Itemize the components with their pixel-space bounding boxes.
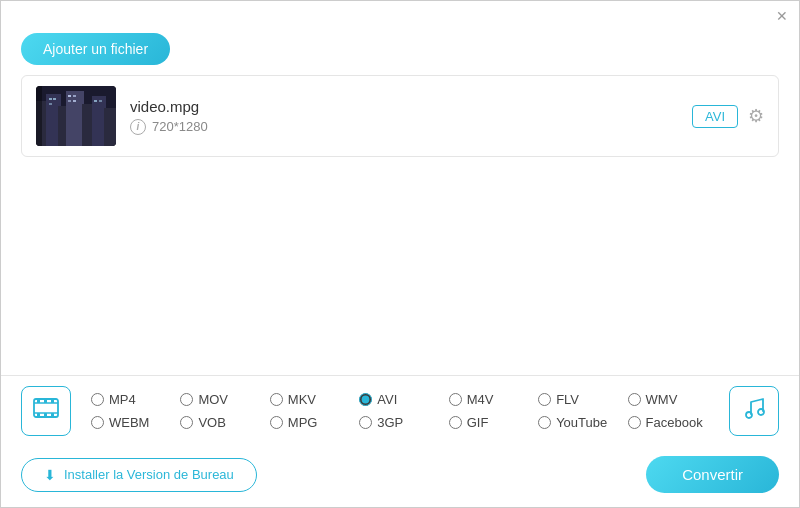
format-option-wmv[interactable]: WMV xyxy=(624,390,713,409)
svg-point-29 xyxy=(758,409,764,415)
svg-rect-15 xyxy=(94,100,97,102)
format-radio-facebook[interactable] xyxy=(628,416,641,429)
format-label-vob: VOB xyxy=(198,415,225,430)
svg-rect-8 xyxy=(49,98,52,100)
format-option-mp4[interactable]: MP4 xyxy=(87,390,176,409)
format-option-gif[interactable]: GIF xyxy=(445,413,534,432)
svg-rect-17 xyxy=(36,86,42,146)
svg-rect-12 xyxy=(73,95,76,97)
format-radio-m4v[interactable] xyxy=(449,393,462,406)
svg-point-28 xyxy=(746,412,752,418)
format-radio-gif[interactable] xyxy=(449,416,462,429)
svg-rect-24 xyxy=(51,399,54,403)
format-option-mkv[interactable]: MKV xyxy=(266,390,355,409)
convert-button[interactable]: Convertir xyxy=(646,456,779,493)
film-icon-box[interactable] xyxy=(21,386,71,436)
format-label-mpg: MPG xyxy=(288,415,318,430)
format-label-gif: GIF xyxy=(467,415,489,430)
format-selector: MP4 MOV MKV AVI M4V FLV xyxy=(1,375,799,446)
svg-rect-22 xyxy=(37,399,40,403)
svg-rect-27 xyxy=(51,413,54,417)
format-option-webm[interactable]: WEBM xyxy=(87,413,176,432)
top-bar: Ajouter un fichier xyxy=(1,29,799,75)
format-label-wmv: WMV xyxy=(646,392,678,407)
format-label-m4v: M4V xyxy=(467,392,494,407)
svg-rect-13 xyxy=(68,100,71,102)
file-actions: AVI ⚙ xyxy=(692,105,764,128)
format-radio-flv[interactable] xyxy=(538,393,551,406)
download-arrow-icon: ⬇ xyxy=(44,467,56,483)
bottom-section: MP4 MOV MKV AVI M4V FLV xyxy=(1,375,799,507)
format-option-facebook[interactable]: Facebook xyxy=(624,413,713,432)
svg-rect-7 xyxy=(104,108,116,146)
format-radio-3gp[interactable] xyxy=(359,416,372,429)
format-grid: MP4 MOV MKV AVI M4V FLV xyxy=(87,390,713,432)
svg-rect-11 xyxy=(68,95,71,97)
file-info: video.mpg i 720*1280 xyxy=(130,98,692,135)
close-button[interactable]: ✕ xyxy=(773,7,791,25)
format-option-m4v[interactable]: M4V xyxy=(445,390,534,409)
film-icon xyxy=(32,394,60,428)
format-radio-mpg[interactable] xyxy=(270,416,283,429)
format-radio-mp4[interactable] xyxy=(91,393,104,406)
file-thumbnail xyxy=(36,86,116,146)
format-option-mov[interactable]: MOV xyxy=(176,390,265,409)
svg-rect-19 xyxy=(34,403,58,413)
format-label-mp4: MP4 xyxy=(109,392,136,407)
format-label-mkv: MKV xyxy=(288,392,316,407)
info-icon: i xyxy=(130,119,146,135)
format-radio-webm[interactable] xyxy=(91,416,104,429)
format-label-avi: AVI xyxy=(377,392,397,407)
format-radio-mov[interactable] xyxy=(180,393,193,406)
install-label: Installer la Version de Bureau xyxy=(64,467,234,482)
add-file-button[interactable]: Ajouter un fichier xyxy=(21,33,170,65)
main-content xyxy=(1,157,799,377)
format-radio-mkv[interactable] xyxy=(270,393,283,406)
svg-rect-6 xyxy=(92,96,106,146)
format-option-mpg[interactable]: MPG xyxy=(266,413,355,432)
format-option-flv[interactable]: FLV xyxy=(534,390,623,409)
format-radio-wmv[interactable] xyxy=(628,393,641,406)
format-option-youtube[interactable]: YouTube xyxy=(534,413,623,432)
format-label-facebook: Facebook xyxy=(646,415,703,430)
format-label-youtube: YouTube xyxy=(556,415,607,430)
action-bar: ⬇ Installer la Version de Bureau Convert… xyxy=(1,446,799,507)
format-option-vob[interactable]: VOB xyxy=(176,413,265,432)
format-radio-vob[interactable] xyxy=(180,416,193,429)
file-item: video.mpg i 720*1280 AVI ⚙ xyxy=(22,76,778,156)
format-radio-avi[interactable] xyxy=(359,393,372,406)
title-bar: ✕ xyxy=(1,1,799,29)
settings-icon[interactable]: ⚙ xyxy=(748,105,764,127)
file-name: video.mpg xyxy=(130,98,692,115)
format-radio-youtube[interactable] xyxy=(538,416,551,429)
svg-rect-25 xyxy=(37,413,40,417)
file-meta: i 720*1280 xyxy=(130,119,692,135)
format-badge-button[interactable]: AVI xyxy=(692,105,738,128)
svg-rect-26 xyxy=(44,413,47,417)
format-label-webm: WEBM xyxy=(109,415,149,430)
svg-rect-14 xyxy=(73,100,76,102)
file-list: video.mpg i 720*1280 AVI ⚙ xyxy=(21,75,779,157)
install-button[interactable]: ⬇ Installer la Version de Bureau xyxy=(21,458,257,492)
svg-rect-10 xyxy=(49,103,52,105)
format-option-3gp[interactable]: 3GP xyxy=(355,413,444,432)
format-label-3gp: 3GP xyxy=(377,415,403,430)
music-note-icon xyxy=(741,394,767,428)
format-option-avi[interactable]: AVI xyxy=(355,390,444,409)
music-icon-box[interactable] xyxy=(729,386,779,436)
file-resolution: 720*1280 xyxy=(152,119,208,134)
svg-rect-23 xyxy=(44,399,47,403)
svg-rect-9 xyxy=(53,98,56,100)
format-label-mov: MOV xyxy=(198,392,228,407)
svg-rect-16 xyxy=(99,100,102,102)
svg-rect-4 xyxy=(66,91,84,146)
format-label-flv: FLV xyxy=(556,392,579,407)
